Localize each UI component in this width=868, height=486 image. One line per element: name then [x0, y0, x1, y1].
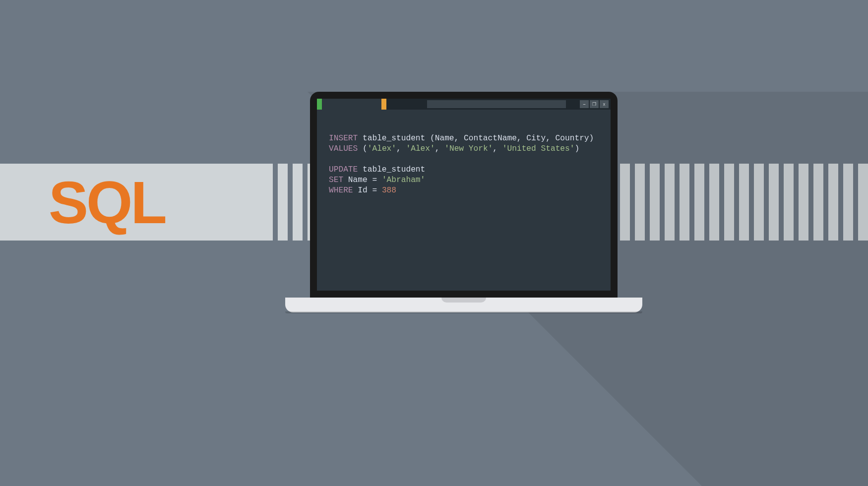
- kw-values: VALUES: [329, 144, 358, 153]
- code-text: ): [575, 144, 580, 153]
- maximize-button[interactable]: ❐: [590, 100, 599, 108]
- minimize-button[interactable]: –: [580, 100, 589, 108]
- laptop: – ❐ x INSERT table_student (Name, Contac…: [285, 92, 642, 312]
- terminal-titlebar: – ❐ x: [317, 99, 611, 110]
- kw-set: SET: [329, 176, 343, 184]
- close-button[interactable]: x: [600, 100, 609, 108]
- laptop-notch: [441, 298, 486, 303]
- tab-indicator-green: [317, 99, 322, 110]
- code-text: table_student (Name, ContactName, City, …: [358, 134, 594, 143]
- laptop-base: [285, 298, 642, 312]
- kw-insert: INSERT: [329, 134, 358, 143]
- str: 'United States': [502, 144, 575, 153]
- code-text: ,: [435, 144, 444, 153]
- tab-indicator-orange: [381, 99, 386, 110]
- code-text: ,: [396, 144, 406, 153]
- titlebar-path: [427, 100, 566, 108]
- code-text: ,: [493, 144, 502, 153]
- sql-label-box: SQL: [0, 164, 273, 241]
- str: 'New York': [444, 144, 493, 153]
- code-text: table_student: [358, 165, 425, 174]
- window-controls: – ❐ x: [580, 100, 609, 108]
- sql-label: SQL: [49, 168, 165, 237]
- titlebar-tabs: [317, 99, 386, 110]
- str: 'Alex': [368, 144, 396, 153]
- laptop-base-shadow: [285, 311, 642, 313]
- code-text: Id =: [353, 186, 382, 195]
- laptop-bezel: – ❐ x INSERT table_student (Name, Contac…: [310, 92, 618, 298]
- terminal-screen: – ❐ x INSERT table_student (Name, Contac…: [317, 99, 611, 291]
- tab-active: [322, 99, 381, 110]
- code-text: Name =: [343, 176, 382, 184]
- code-block: INSERT table_student (Name, ContactName,…: [329, 133, 594, 196]
- str: 'Alex': [406, 144, 434, 153]
- code-text: (: [358, 144, 367, 153]
- num: 388: [382, 186, 396, 195]
- kw-update: UPDATE: [329, 165, 358, 174]
- kw-where: WHERE: [329, 186, 353, 195]
- str: 'Abraham': [382, 176, 425, 184]
